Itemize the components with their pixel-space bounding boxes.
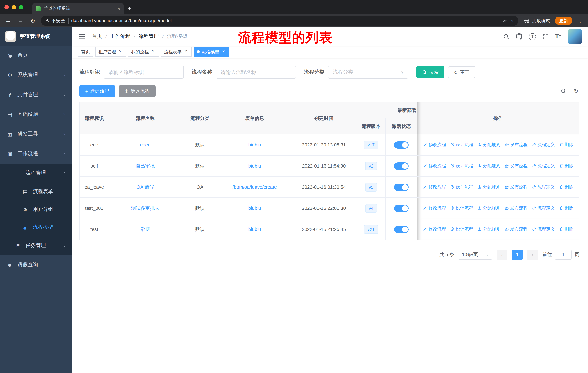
active-toggle[interactable] <box>394 226 409 233</box>
prev-page-button[interactable]: ‹ <box>496 250 507 260</box>
help-icon[interactable]: ? <box>529 33 536 40</box>
process-definition-link[interactable]: 流程定义 <box>532 226 555 232</box>
sidebar-subitem[interactable]: 流程模型 <box>0 218 72 236</box>
breadcrumb-item[interactable]: 流程管理 <box>138 33 159 40</box>
process-category-select[interactable]: 流程分类 ∨ <box>328 66 408 79</box>
next-page-button[interactable]: › <box>527 250 538 260</box>
window-zoom-button[interactable] <box>19 5 23 9</box>
publish-process-link[interactable]: 发布流程 <box>505 163 528 169</box>
create-process-button[interactable]: + 新建流程 <box>79 85 115 97</box>
process-name-input[interactable] <box>216 66 296 79</box>
design-process-link[interactable]: 设计流程 <box>450 142 473 148</box>
window-minimize-button[interactable] <box>12 5 16 9</box>
update-button[interactable]: 更新 <box>555 17 572 25</box>
sidebar-subitem[interactable]: 流程表单 <box>0 182 72 200</box>
sidebar-subitem[interactable]: 用户分组 <box>0 200 72 218</box>
fullscreen-icon[interactable] <box>542 33 549 40</box>
edit-process-link[interactable]: 修改流程 <box>423 163 446 169</box>
form-info-link[interactable]: biubiu <box>248 227 261 232</box>
github-icon[interactable] <box>516 33 522 40</box>
forward-icon[interactable]: → <box>16 18 25 24</box>
sidebar-menu-item[interactable]: 支付管理 <box>0 85 72 105</box>
sidebar-item-task-mgmt[interactable]: 任务管理 <box>0 236 72 255</box>
site-security-chip[interactable]: 不安全 <box>45 18 68 24</box>
sidebar-menu-item[interactable]: 系统管理 <box>0 65 72 85</box>
window-close-button[interactable] <box>4 5 9 9</box>
process-id-input[interactable] <box>104 66 184 79</box>
page-size-select[interactable]: 10条/页 ∨ <box>459 250 492 260</box>
process-name-link[interactable]: 滔博 <box>141 226 150 232</box>
publish-process-link[interactable]: 发布流程 <box>505 142 528 148</box>
new-tab-button[interactable]: + <box>128 5 131 13</box>
process-definition-link[interactable]: 流程定义 <box>532 205 555 211</box>
assign-rule-link[interactable]: 分配规则 <box>477 205 500 211</box>
import-process-button[interactable]: ↥ 导入流程 <box>119 85 156 97</box>
assign-rule-link[interactable]: 分配规则 <box>477 142 500 148</box>
sidebar-menu-item[interactable]: 基础设施 <box>0 105 72 124</box>
reset-button[interactable]: ↻ 重置 <box>448 66 475 78</box>
process-definition-link[interactable]: 流程定义 <box>532 163 555 169</box>
view-tag[interactable]: 流程模型 × <box>194 47 229 57</box>
breadcrumb-item[interactable]: 工作流程 <box>110 33 130 40</box>
assign-rule-link[interactable]: 分配规则 <box>477 226 500 232</box>
form-info-link[interactable]: /bpm/oa/leave/create <box>232 184 277 190</box>
publish-process-link[interactable]: 发布流程 <box>505 184 528 190</box>
search-button[interactable]: 搜索 <box>416 66 444 78</box>
assign-rule-link[interactable]: 分配规则 <box>477 184 500 190</box>
tag-close-icon[interactable]: × <box>151 49 156 54</box>
delete-process-link[interactable]: 删除 <box>559 163 573 169</box>
process-name-link[interactable]: 测试多审批人 <box>131 205 159 211</box>
user-avatar[interactable] <box>567 29 582 44</box>
process-name-link[interactable]: 自己审批 <box>136 163 155 169</box>
goto-page-input[interactable] <box>555 250 572 260</box>
sidebar-collapse-icon[interactable] <box>72 33 92 40</box>
delete-process-link[interactable]: 删除 <box>559 226 573 232</box>
process-definition-link[interactable]: 流程定义 <box>532 184 555 190</box>
edit-process-link[interactable]: 修改流程 <box>423 184 446 190</box>
form-info-link[interactable]: biubiu <box>248 205 261 211</box>
refresh-icon[interactable]: ↻ <box>573 88 579 94</box>
design-process-link[interactable]: 设计流程 <box>450 184 473 190</box>
tab-close-icon[interactable]: × <box>117 6 120 11</box>
search-icon[interactable] <box>503 33 509 40</box>
publish-process-link[interactable]: 发布流程 <box>505 226 528 232</box>
current-page-button[interactable]: 1 <box>512 250 523 260</box>
tag-close-icon[interactable]: × <box>118 49 123 54</box>
form-info-link[interactable]: biubiu <box>248 142 261 148</box>
active-toggle[interactable] <box>394 162 409 170</box>
bookmark-star-icon[interactable]: ☆ <box>510 18 514 23</box>
active-toggle[interactable] <box>394 183 409 191</box>
process-name-link[interactable]: eeee <box>140 142 151 148</box>
password-key-icon[interactable] <box>502 18 507 23</box>
design-process-link[interactable]: 设计流程 <box>450 163 473 169</box>
design-process-link[interactable]: 设计流程 <box>450 226 473 232</box>
browser-tab[interactable]: 芋道管理系统 × <box>32 3 124 14</box>
edit-process-link[interactable]: 修改流程 <box>423 142 446 148</box>
reload-icon[interactable]: ↻ <box>28 17 37 24</box>
process-definition-link[interactable]: 流程定义 <box>532 142 555 148</box>
back-icon[interactable]: ← <box>4 18 12 24</box>
active-toggle[interactable] <box>394 141 409 148</box>
tag-close-icon[interactable]: × <box>183 49 189 54</box>
font-size-icon[interactable]: TT <box>555 33 561 40</box>
app-logo-row[interactable]: 芋道管理系统 <box>0 27 72 46</box>
assign-rule-link[interactable]: 分配规则 <box>477 163 500 169</box>
view-tag[interactable]: 租户管理 × <box>95 47 126 57</box>
sidebar-item-leave-query[interactable]: 请假查询 <box>0 255 72 275</box>
delete-process-link[interactable]: 删除 <box>559 142 573 148</box>
edit-process-link[interactable]: 修改流程 <box>423 226 446 232</box>
hide-search-icon[interactable] <box>560 88 567 94</box>
sidebar-menu-item[interactable]: 研发工具 <box>0 124 72 144</box>
active-toggle[interactable] <box>394 204 409 212</box>
form-info-link[interactable]: biubiu <box>248 163 261 169</box>
design-process-link[interactable]: 设计流程 <box>450 205 473 211</box>
delete-process-link[interactable]: 删除 <box>559 205 573 211</box>
view-tag[interactable]: 我的流程 × <box>128 47 159 57</box>
address-bar[interactable]: 不安全 dashboard.yudao.iocoder.cn/bpm/manag… <box>41 16 518 26</box>
delete-process-link[interactable]: 删除 <box>559 184 573 190</box>
sidebar-menu-item[interactable]: 首页 <box>0 46 72 65</box>
process-name-link[interactable]: OA 请假 <box>136 184 154 190</box>
browser-menu-icon[interactable]: ⋮ <box>576 18 584 24</box>
sidebar-item-process-mgmt[interactable]: 流程管理 <box>0 163 72 182</box>
view-tag[interactable]: 流程表单 × <box>161 47 192 57</box>
